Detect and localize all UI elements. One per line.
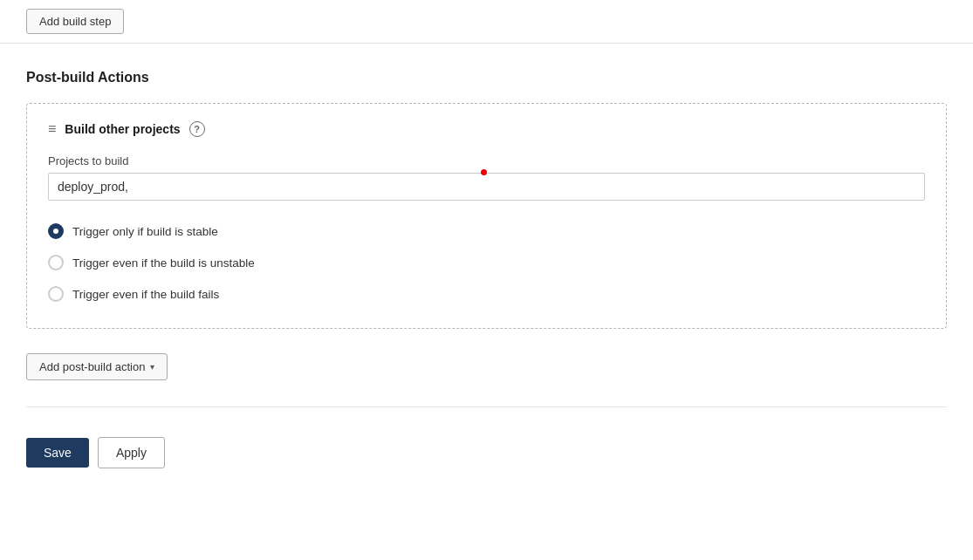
trigger-fail-radio[interactable] [48,286,64,302]
trigger-unstable-option[interactable]: Trigger even if the build is unstable [48,255,925,270]
divider [26,406,947,407]
drag-icon[interactable]: ≡ [48,121,56,137]
add-post-build-action-button[interactable]: Add post-build action ▾ [26,353,168,380]
required-indicator [481,169,487,175]
projects-to-build-input[interactable] [48,173,925,201]
trigger-stable-option[interactable]: Trigger only if build is stable [48,223,925,239]
add-post-build-label: Add post-build action [39,360,145,373]
section-title: Post-build Actions [26,70,947,85]
trigger-stable-label: Trigger only if build is stable [72,225,218,238]
help-icon[interactable]: ? [189,121,205,137]
top-bar: Add build step [0,0,973,44]
card-title: Build other projects [65,122,180,136]
bottom-buttons: Save Apply [26,428,947,468]
card-header: ≡ Build other projects ? [48,121,925,137]
post-build-card: ≡ Build other projects ? Projects to bui… [26,103,947,329]
dropdown-arrow-icon: ▾ [150,362,154,372]
save-button[interactable]: Save [26,438,89,468]
projects-to-build-label: Projects to build [48,154,925,167]
trigger-fail-option[interactable]: Trigger even if the build fails [48,286,925,302]
add-build-step-button[interactable]: Add build step [26,9,124,34]
action-buttons: Add post-build action ▾ [26,353,947,380]
main-content: Post-build Actions ≡ Build other project… [0,44,973,503]
apply-button[interactable]: Apply [98,437,165,468]
trigger-fail-label: Trigger even if the build fails [72,288,219,301]
trigger-unstable-radio[interactable] [48,255,64,270]
trigger-options-group: Trigger only if build is stable Trigger … [48,218,925,302]
trigger-stable-radio[interactable] [48,223,64,239]
trigger-unstable-label: Trigger even if the build is unstable [72,256,255,270]
projects-input-wrapper [48,173,925,201]
